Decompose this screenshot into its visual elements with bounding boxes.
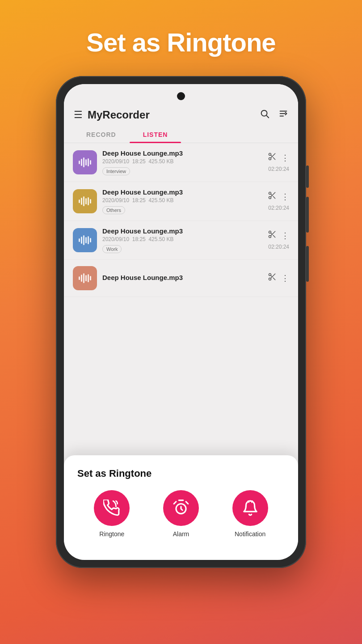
recording-info-1: Deep House Lounge.mp3 2020/09/10 18:25 4… [102,149,262,175]
ringtone-label: Ringtone [99,530,124,538]
recording-name-4: Deep House Lounge.mp3 [102,274,262,281]
phone-screen: ☰ MyRecorder [64,84,298,560]
recording-thumb-2 [73,189,97,213]
waveform-3 [79,234,91,246]
recording-item-4[interactable]: Deep House Lounge.mp3 [64,260,298,297]
more-icon-2[interactable]: ⋮ [281,192,289,202]
svg-line-26 [174,501,176,504]
duration-2: 02:20:24 [268,205,289,211]
recording-thumb-4 [73,266,97,290]
svg-line-1 [266,115,269,118]
tab-record[interactable]: RECORD [73,127,130,143]
phone-mockup: ☰ MyRecorder [56,76,306,568]
bell-icon [242,500,259,517]
recording-info-3: Deep House Lounge.mp3 2020/09/10 18:25 4… [102,227,262,253]
waveform-1 [79,157,91,168]
svg-line-18 [273,235,275,237]
ringtone-circle [94,490,130,526]
more-icon-1[interactable]: ⋮ [281,153,289,163]
alarm-option[interactable]: Alarm [163,490,199,538]
recording-thumb-1 [73,150,97,174]
notification-label: Notification [235,530,265,538]
more-icon-3[interactable]: ⋮ [281,231,289,241]
tabs: RECORD LISTEN [64,127,298,143]
recording-meta-2: 2020/09/10 18:25 425.50 KB [102,197,262,203]
svg-line-8 [273,157,275,160]
svg-line-14 [271,194,272,195]
recording-meta-3: 2020/09/10 18:25 425.50 KB [102,236,262,242]
action-row-2: ⋮ [268,191,289,202]
alarm-icon [173,500,189,517]
svg-line-27 [186,501,188,504]
recording-actions-4: ⋮ [268,272,289,284]
page-title: Set as Ringtone [86,27,275,58]
camera-notch [177,92,185,100]
recording-item-2[interactable]: Deep House Lounge.mp3 2020/09/10 18:25 4… [64,182,298,221]
more-icon-4[interactable]: ⋮ [281,273,289,283]
menu-icon[interactable]: ☰ [74,109,82,121]
scissors-icon-3[interactable] [268,230,277,241]
recording-item[interactable]: Deep House Lounge.mp3 2020/09/10 18:25 4… [64,143,298,182]
vol-button-1 [306,165,309,188]
duration-1: 02:20:24 [268,166,289,172]
action-row-4: ⋮ [268,272,289,284]
action-row-1: ⋮ [268,152,289,163]
recording-tag-2: Others [102,206,125,214]
recording-actions-1: ⋮ 02:20:24 [268,152,289,172]
recording-meta-1: 2020/09/10 18:25 425.50 KB [102,158,262,165]
recording-actions-2: ⋮ 02:20:24 [268,191,289,211]
scissors-icon-4[interactable] [268,272,277,284]
filter-icon[interactable] [278,109,288,121]
ringtone-option[interactable]: Ringtone [94,490,130,538]
recording-item-3[interactable]: Deep House Lounge.mp3 2020/09/10 18:25 4… [64,221,298,260]
recording-name-1: Deep House Lounge.mp3 [102,149,262,157]
app-title: MyRecorder [88,109,260,121]
svg-line-9 [271,155,272,157]
notification-option[interactable]: Notification [232,490,268,538]
alarm-circle [163,490,199,526]
app-header: ☰ MyRecorder [64,84,298,127]
header-icons [260,109,288,121]
waveform-2 [79,195,91,207]
app-content: ☰ MyRecorder [64,84,298,560]
svg-line-24 [271,275,272,277]
recording-name-3: Deep House Lounge.mp3 [102,227,262,235]
recording-thumb-3 [73,228,97,252]
sheet-title: Set as Ringtone [77,468,285,479]
svg-line-23 [273,278,275,280]
action-row-3: ⋮ [268,230,289,241]
recording-info-4: Deep House Lounge.mp3 [102,274,262,283]
recording-tag-3: Work [102,245,122,253]
recording-name-2: Deep House Lounge.mp3 [102,188,262,196]
recording-tag-1: Interview [102,167,130,175]
scissors-icon-2[interactable] [268,191,277,202]
duration-3: 02:20:24 [268,244,289,250]
bottom-sheet: Set as Ringtone Ringtone [64,455,298,560]
scissors-icon-1[interactable] [268,152,277,163]
sheet-options: Ringtone Alar [77,490,285,538]
svg-line-19 [271,233,272,234]
recording-info-2: Deep House Lounge.mp3 2020/09/10 18:25 4… [102,188,262,214]
recording-actions-3: ⋮ 02:20:24 [268,230,289,250]
svg-line-13 [273,196,275,199]
waveform-4 [79,272,91,284]
tab-listen[interactable]: LISTEN [130,127,181,143]
vol-button-2 [306,197,309,233]
vol-button-3 [306,246,309,282]
notification-circle [232,490,268,526]
alarm-label: Alarm [173,530,189,538]
search-icon[interactable] [260,109,269,121]
phone-icon [103,500,120,517]
